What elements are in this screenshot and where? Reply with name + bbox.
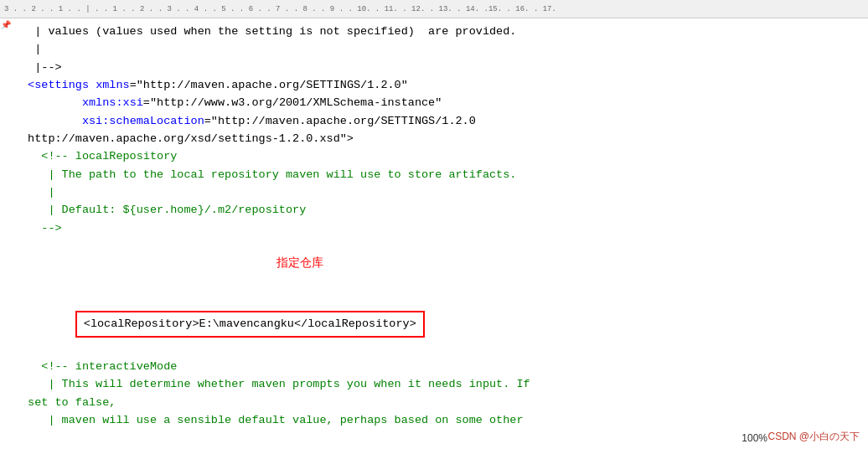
code-line-set-to-false: set to false, bbox=[21, 394, 860, 411]
editor-container: 3 . . 2 . . 1 . . | . . 1 . . 2 . . 3 . … bbox=[0, 0, 868, 449]
red-label-text: 指定仓库 bbox=[276, 257, 323, 270]
watermark: CSDN @小白の天下 bbox=[767, 430, 860, 444]
code-line: | values (values used when the setting i… bbox=[21, 23, 860, 40]
code-line: |--> bbox=[21, 59, 860, 76]
code-line: xsi:schemaLocation="http://maven.apache.… bbox=[21, 112, 860, 130]
ruler-inner: 3 . . 2 . . 1 . . | . . 1 . . 2 . . 3 . … bbox=[0, 0, 868, 18]
code-line-sensible: | maven will use a sensible default valu… bbox=[21, 411, 860, 429]
highlighted-repository-line: <localRepository>E:\mavencangku</localRe… bbox=[21, 291, 860, 358]
zoom-indicator: 100% bbox=[741, 432, 767, 444]
code-line-comment2: | The path to the local repository maven… bbox=[21, 166, 860, 183]
code-line: http://maven.apache.org/xsd/settings-1.2… bbox=[21, 130, 860, 147]
content-area: 📌 | values (values used when the setting… bbox=[0, 18, 868, 449]
code-line-comment5: --> bbox=[21, 219, 860, 237]
ruler: 3 . . 2 . . 1 . . | . . 1 . . 2 . . 3 . … bbox=[0, 0, 868, 18]
code-line-interactive-desc: | This will determine whether maven prom… bbox=[21, 375, 860, 393]
ruler-content: 3 . . 2 . . 1 . . | . . 1 . . 2 . . 3 . … bbox=[0, 0, 868, 18]
code-line-comment3: | bbox=[21, 183, 860, 201]
code-area[interactable]: | values (values used when the setting i… bbox=[8, 18, 868, 449]
code-line-settings: <settings xmlns="http://maven.apache.org… bbox=[21, 76, 860, 94]
pin-icon: 📌 bbox=[1, 20, 11, 30]
code-line: xmlns:xsi="http://www.w3.org/2001/XMLSch… bbox=[21, 94, 860, 111]
local-repository-tag: <localRepository>E:\mavencangku</localRe… bbox=[75, 311, 425, 337]
code-line: | bbox=[21, 40, 860, 58]
left-margin: 📌 bbox=[0, 18, 8, 449]
code-line-comment4: | Default: ${user.home}/.m2/repository bbox=[21, 201, 860, 219]
code-line-interactive-comment: <!-- interactiveMode bbox=[21, 358, 860, 375]
code-line-comment1: <!-- localRepository bbox=[21, 147, 860, 165]
red-label-line: 指定仓库 bbox=[21, 237, 860, 291]
